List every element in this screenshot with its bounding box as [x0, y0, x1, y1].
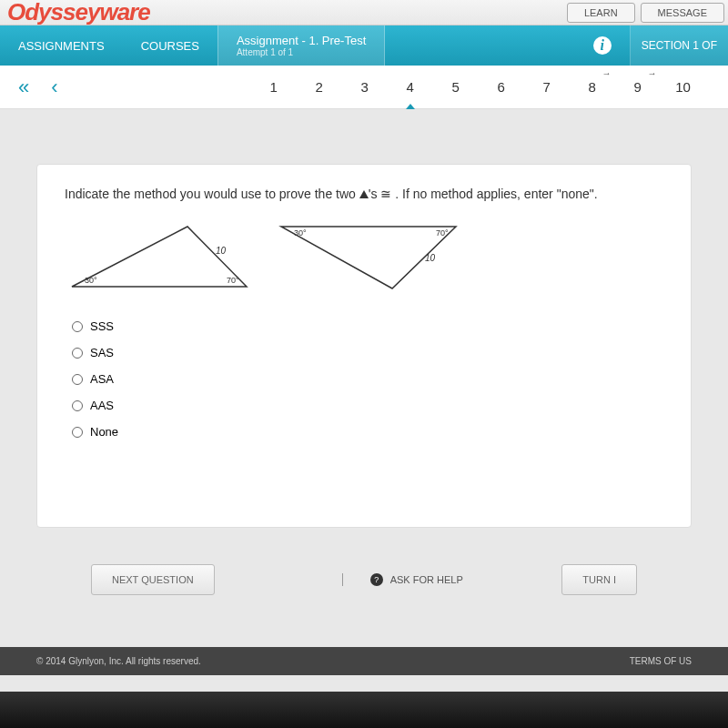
- svg-text:70°: 70°: [436, 228, 449, 238]
- question-numbers: 1 2 3 4 5 6 7 → 8 → 9 10: [251, 79, 706, 95]
- copyright: © 2014 Glynlyon, Inc. All rights reserve…: [36, 656, 201, 666]
- answer-options: SSS SAS ASA AAS None: [65, 319, 663, 439]
- option-aas[interactable]: AAS: [72, 399, 663, 412]
- radio-icon: [72, 348, 83, 359]
- q-num-6[interactable]: 6: [479, 79, 524, 95]
- question-box: Indicate the method you would use to pro…: [36, 164, 692, 528]
- prev-arrow-icon[interactable]: ‹: [40, 76, 68, 99]
- triangle-icon: [359, 190, 369, 198]
- option-none[interactable]: None: [72, 425, 663, 439]
- question-nav: « ‹ 1 2 3 4 5 6 7 → 8 → 9 10: [0, 66, 728, 109]
- bottom-curtain: [0, 692, 728, 728]
- content-area: Indicate the method you would use to pro…: [0, 109, 728, 619]
- first-arrow-icon[interactable]: «: [7, 76, 40, 99]
- q-num-2[interactable]: 2: [297, 79, 342, 95]
- help-icon: ?: [370, 573, 383, 586]
- q-num-9[interactable]: → 9: [615, 79, 661, 95]
- assignment-info: Assignment - 1. Pre-Test Attempt 1 of 1: [217, 25, 385, 66]
- q-num-5[interactable]: 5: [433, 79, 479, 95]
- assignment-title: Assignment - 1. Pre-Test: [237, 34, 366, 47]
- triangles-figure: 30° 70° 10 30° 70° 10: [65, 216, 663, 298]
- attempt-label: Attempt 1 of 1: [237, 47, 366, 57]
- q-num-10[interactable]: 10: [661, 79, 706, 95]
- info-icon[interactable]: i: [593, 36, 612, 55]
- svg-text:30°: 30°: [85, 276, 97, 285]
- turn-in-button[interactable]: TURN I: [561, 564, 637, 595]
- question-prompt: Indicate the method you would use to pro…: [65, 187, 663, 201]
- nav-bar: ASSIGNMENTS COURSES Assignment - 1. Pre-…: [0, 25, 728, 66]
- ask-help-button[interactable]: ? ASK FOR HELP: [342, 573, 463, 586]
- radio-icon: [72, 427, 83, 438]
- footer: © 2014 Glynlyon, Inc. All rights reserve…: [0, 647, 728, 675]
- radio-icon: [72, 374, 83, 385]
- q-num-7[interactable]: 7: [524, 79, 570, 95]
- message-button[interactable]: MESSAGE: [641, 3, 724, 23]
- top-header: Odysseyware LEARN MESSAGE: [0, 0, 728, 25]
- svg-text:70°: 70°: [227, 276, 239, 285]
- svg-marker-0: [72, 227, 247, 287]
- svg-text:30°: 30°: [294, 228, 307, 238]
- option-asa[interactable]: ASA: [72, 372, 663, 386]
- next-question-button[interactable]: NEXT QUESTION: [91, 564, 215, 595]
- radio-icon: [72, 400, 83, 411]
- q-num-3[interactable]: 3: [342, 79, 388, 95]
- nav-courses[interactable]: COURSES: [123, 25, 217, 66]
- arrow-icon: →: [602, 68, 612, 78]
- nav-assignments[interactable]: ASSIGNMENTS: [0, 25, 123, 66]
- svg-text:10: 10: [425, 253, 436, 263]
- arrow-icon: →: [648, 68, 657, 78]
- svg-text:10: 10: [216, 246, 227, 256]
- radio-icon: [72, 321, 83, 332]
- option-sas[interactable]: SAS: [72, 346, 663, 359]
- triangle-1: 30° 70° 10: [65, 216, 256, 298]
- section-button[interactable]: SECTION 1 OF: [630, 25, 728, 66]
- learn-button[interactable]: LEARN: [567, 3, 635, 23]
- option-sss[interactable]: SSS: [72, 319, 663, 333]
- logo: Odysseyware: [7, 0, 150, 26]
- q-num-8[interactable]: → 8: [570, 79, 615, 95]
- triangle-2: 30° 70° 10: [274, 216, 465, 298]
- bottom-buttons: NEXT QUESTION ? ASK FOR HELP TURN I: [36, 564, 692, 595]
- q-num-1[interactable]: 1: [251, 79, 297, 95]
- q-num-4[interactable]: 4: [388, 79, 433, 95]
- terms-link[interactable]: TERMS OF US: [630, 656, 692, 666]
